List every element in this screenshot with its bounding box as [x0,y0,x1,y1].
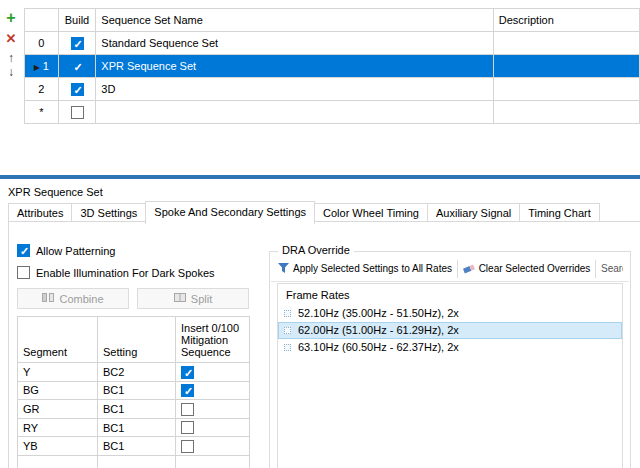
cell-name[interactable] [96,101,494,124]
frame-rates-header: Frame Rates [278,284,622,305]
cell-description[interactable] [493,55,639,78]
segment-button-row: Combine Split [17,288,249,309]
cell-segment[interactable] [18,455,98,468]
segment-row: GR BC1 [18,400,250,419]
clear-selected-overrides-label: Clear Selected Overrides [479,263,591,274]
row-header[interactable]: 2 [25,78,59,101]
sequence-set-grid: Build Sequence Set Name Description 0 St… [24,8,640,124]
row-number: 1 [43,60,49,72]
cell-setting[interactable] [98,455,176,468]
mitigation-checkbox[interactable] [181,440,194,453]
spoke-settings-panel: Allow Patterning Enable Illumination For… [8,221,640,468]
column-header-build[interactable]: Build [58,9,96,32]
column-header-mitigation: Insert 0/100 Mitigation Sequence [176,317,250,363]
tab-auxiliary-signal[interactable]: Auxiliary Signal [427,203,520,222]
cell-setting[interactable]: BC1 [98,418,176,437]
detail-tab-strip: Attributes 3D Settings Spoke And Seconda… [8,200,599,222]
mitigation-checkbox[interactable] [181,403,194,416]
grid-corner-cell[interactable] [25,9,59,32]
cell-mitigation [176,418,250,437]
row-expand-icon[interactable]: ▶ [34,63,40,72]
table-row-new[interactable]: * [25,101,640,124]
cell-description[interactable] [493,101,639,124]
allow-patterning-label: Allow Patterning [36,245,116,257]
cell-segment[interactable]: Y [18,363,98,382]
tab-color-wheel-timing[interactable]: Color Wheel Timing [314,203,428,222]
table-row[interactable]: ▶1 XPR Sequence Set [25,55,640,78]
segment-row-empty [18,455,250,468]
cell-description[interactable] [493,32,639,55]
sequence-grid-toolbar: + ✕ ↑ ↓ [2,10,20,80]
add-row-icon[interactable]: + [3,10,19,26]
tree-expander-icon[interactable] [284,327,291,334]
cell-name[interactable]: Standard Sequence Set [96,32,494,55]
toolbar-separator [595,260,596,278]
cell-name[interactable]: XPR Sequence Set [96,55,494,78]
dark-spokes-checkbox[interactable] [17,266,30,279]
split-icon [174,292,186,305]
row-header[interactable]: ▶1 [25,55,59,78]
cell-segment[interactable]: BG [18,381,98,400]
tab-attributes[interactable]: Attributes [8,203,72,222]
build-checkbox[interactable] [71,37,84,50]
horizontal-splitter[interactable] [0,175,640,179]
build-checkbox[interactable] [71,60,84,73]
cell-setting[interactable]: BC2 [98,363,176,382]
frame-rate-label: 62.00Hz (51.00Hz - 61.29Hz), 2x [298,324,459,336]
build-checkbox[interactable] [71,106,84,119]
cell-build [58,78,96,101]
segment-header-row: Segment Setting Insert 0/100 Mitigation … [18,317,250,363]
table-row[interactable]: 0 Standard Sequence Set [25,32,640,55]
column-header-description[interactable]: Description [493,9,639,32]
segment-row: BG BC1 [18,381,250,400]
cell-segment[interactable]: GR [18,400,98,419]
frame-rate-item[interactable]: 62.00Hz (51.00Hz - 61.29Hz), 2x [278,322,622,339]
cell-segment[interactable]: RY [18,418,98,437]
segment-table: Segment Setting Insert 0/100 Mitigation … [17,316,250,468]
column-header-name[interactable]: Sequence Set Name [96,9,494,32]
toolbar-separator [457,260,458,278]
mitigation-checkbox[interactable] [181,384,194,397]
tree-expander-icon[interactable] [284,344,291,351]
column-header-setting: Setting [98,317,176,363]
table-row[interactable]: 2 3D [25,78,640,101]
frame-rate-item[interactable]: 52.10Hz (35.00Hz - 51.50Hz), 2x [278,305,622,322]
build-checkbox[interactable] [71,83,84,96]
frame-rates-list: Frame Rates 52.10Hz (35.00Hz - 51.50Hz),… [277,283,623,468]
cell-build [58,101,96,124]
segment-row: Y BC2 [18,363,250,382]
segment-row: YB BC1 [18,437,250,456]
dra-override-title: DRA Override [278,244,354,256]
mitigation-checkbox[interactable] [181,421,194,434]
combine-button[interactable]: Combine [17,288,129,309]
row-header[interactable]: * [25,101,59,124]
clear-selected-overrides-button[interactable]: Clear Selected Overrides [460,258,594,280]
dark-spokes-row: Enable Illumination For Dark Spokes [17,266,215,279]
allow-patterning-checkbox[interactable] [17,244,30,257]
tab-3d-settings[interactable]: 3D Settings [71,203,146,222]
apply-selected-settings-button[interactable]: Apply Selected Settings to All Rates [274,258,455,280]
column-header-segment: Segment [18,317,98,363]
allow-patterning-row: Allow Patterning [17,244,116,257]
cell-setting[interactable]: BC1 [98,381,176,400]
cell-description[interactable] [493,78,639,101]
search-input[interactable] [598,259,626,279]
split-button[interactable]: Split [137,288,249,309]
frame-rate-item[interactable]: 63.10Hz (60.50Hz - 62.37Hz), 2x [278,339,622,356]
frame-rate-label: 52.10Hz (35.00Hz - 51.50Hz), 2x [298,307,459,319]
cell-build [58,55,96,78]
move-down-icon[interactable]: ↓ [3,66,19,78]
delete-row-icon[interactable]: ✕ [3,32,19,45]
tab-spoke-and-secondary[interactable]: Spoke And Secondary Settings [145,201,315,224]
detail-section-title: XPR Sequence Set [8,186,103,198]
tree-expander-icon[interactable] [284,310,291,317]
tab-timing-chart[interactable]: Timing Chart [519,203,600,222]
dark-spokes-label: Enable Illumination For Dark Spokes [36,267,215,279]
cell-setting[interactable]: BC1 [98,400,176,419]
cell-setting[interactable]: BC1 [98,437,176,456]
cell-segment[interactable]: YB [18,437,98,456]
move-up-icon[interactable]: ↑ [3,52,19,64]
cell-name[interactable]: 3D [96,78,494,101]
mitigation-checkbox[interactable] [181,366,194,379]
row-header[interactable]: 0 [25,32,59,55]
